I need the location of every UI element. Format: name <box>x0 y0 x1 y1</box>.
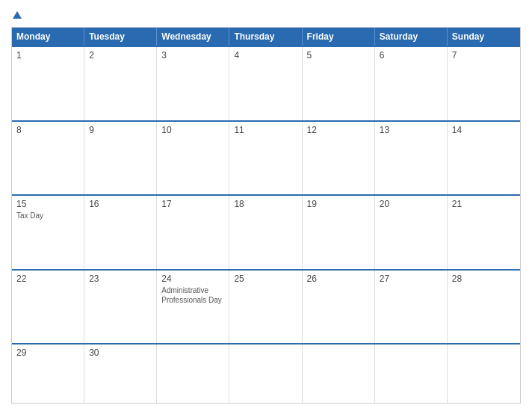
calendar-cell: 14 <box>448 122 520 195</box>
day-number: 3 <box>161 50 224 61</box>
day-number: 12 <box>307 125 370 135</box>
dow-thursday: Thursday <box>229 28 302 46</box>
logo-triangle-icon <box>13 11 22 19</box>
day-number: 29 <box>16 347 79 358</box>
calendar-cell: 26 <box>303 271 375 344</box>
dow-tuesday: Tuesday <box>84 28 157 46</box>
day-number: 4 <box>234 50 297 61</box>
calendar-cell: 23 <box>84 271 157 344</box>
dow-sunday: Sunday <box>448 28 520 46</box>
day-event: Tax Day <box>16 211 79 220</box>
dow-saturday: Saturday <box>375 28 448 46</box>
calendar-cell: 8 <box>12 122 84 195</box>
calendar-cell: 21 <box>448 196 520 269</box>
day-number: 14 <box>452 125 516 135</box>
day-number: 2 <box>89 50 152 61</box>
day-number: 20 <box>380 199 442 209</box>
day-number: 23 <box>89 274 152 284</box>
day-number: 25 <box>234 274 297 284</box>
calendar-week-4: 222324Administrative Professionals Day25… <box>12 269 520 344</box>
calendar-cell: 24Administrative Professionals Day <box>157 271 229 344</box>
header <box>11 7 521 21</box>
day-number: 8 <box>16 125 79 135</box>
calendar-cell: 22 <box>12 271 84 344</box>
calendar-week-3: 15Tax Day161718192021 <box>12 194 520 269</box>
calendar-cell: 10 <box>157 122 229 195</box>
day-number: 26 <box>307 274 370 284</box>
calendar-cell <box>448 344 520 403</box>
calendar-cell: 4 <box>229 47 302 120</box>
day-number: 19 <box>307 199 370 209</box>
day-number: 13 <box>380 125 442 135</box>
calendar-week-2: 891011121314 <box>12 120 520 195</box>
day-number: 1 <box>16 50 79 61</box>
calendar-cell: 18 <box>229 196 302 269</box>
calendar-cell: 19 <box>303 196 375 269</box>
day-number: 16 <box>89 199 152 209</box>
day-event: Administrative Professionals Day <box>161 285 224 305</box>
day-number: 10 <box>161 125 224 135</box>
calendar-cell: 16 <box>84 196 157 269</box>
calendar-cell: 27 <box>375 271 448 344</box>
day-number: 21 <box>452 199 516 209</box>
day-number: 11 <box>234 125 297 135</box>
day-number: 18 <box>234 199 297 209</box>
calendar-cell: 2 <box>84 47 157 120</box>
day-number: 5 <box>307 50 370 61</box>
calendar-cell: 12 <box>303 122 375 195</box>
calendar-cell: 30 <box>84 344 157 403</box>
calendar-cell: 3 <box>157 47 229 120</box>
dow-friday: Friday <box>303 28 375 46</box>
page: Monday Tuesday Wednesday Thursday Friday… <box>0 0 532 411</box>
dow-monday: Monday <box>12 28 84 46</box>
calendar-cell <box>375 344 448 403</box>
day-number: 7 <box>452 50 516 61</box>
day-number: 9 <box>89 125 152 135</box>
day-number: 6 <box>380 50 442 61</box>
day-number: 24 <box>161 274 224 284</box>
day-number: 15 <box>16 199 79 209</box>
day-number: 17 <box>161 199 224 209</box>
calendar: Monday Tuesday Wednesday Thursday Friday… <box>11 27 521 404</box>
calendar-week-5: 2930 <box>12 343 520 403</box>
calendar-cell: 25 <box>229 271 302 344</box>
calendar-cell: 1 <box>12 47 84 120</box>
dow-wednesday: Wednesday <box>157 28 229 46</box>
calendar-cell: 5 <box>303 47 375 120</box>
calendar-cell: 9 <box>84 122 157 195</box>
logo <box>11 7 22 21</box>
calendar-cell: 13 <box>375 122 448 195</box>
day-number: 22 <box>16 274 79 284</box>
calendar-cell: 28 <box>448 271 520 344</box>
calendar-cell <box>157 344 229 403</box>
calendar-header: Monday Tuesday Wednesday Thursday Friday… <box>12 28 520 46</box>
day-number: 27 <box>380 274 442 284</box>
calendar-cell: 11 <box>229 122 302 195</box>
calendar-cell: 17 <box>157 196 229 269</box>
calendar-body: 123456789101112131415Tax Day161718192021… <box>12 46 520 403</box>
calendar-cell <box>229 344 302 403</box>
calendar-cell <box>303 344 375 403</box>
calendar-cell: 15Tax Day <box>12 196 84 269</box>
day-number: 30 <box>89 347 152 358</box>
calendar-cell: 29 <box>12 344 84 403</box>
calendar-cell: 20 <box>375 196 448 269</box>
day-number: 28 <box>452 274 516 284</box>
calendar-week-1: 1234567 <box>12 46 520 120</box>
calendar-cell: 6 <box>375 47 448 120</box>
calendar-cell: 7 <box>448 47 520 120</box>
